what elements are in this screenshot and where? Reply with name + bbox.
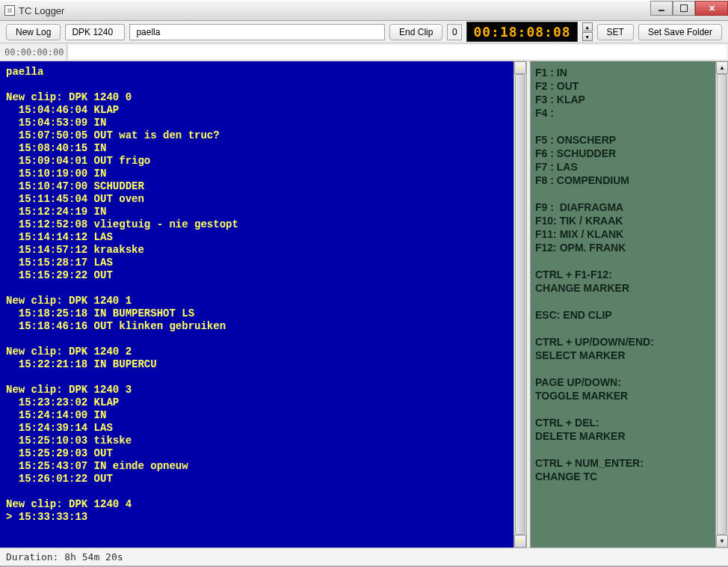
set-button[interactable]: SET <box>597 24 634 40</box>
scroll-up-icon[interactable]: ▲ <box>514 61 526 74</box>
titlebar: TC Logger <box>0 0 728 21</box>
log-content: paella New clip: DPK 1240 0 15:04:46:04 … <box>6 66 520 524</box>
scroll-up-icon[interactable]: ▲ <box>716 61 728 74</box>
window-controls <box>650 1 728 16</box>
entry-text-input[interactable] <box>69 45 727 59</box>
help-panel: F1 : IN F2 : OUT F3 : KLAP F4 : F5 : ONS… <box>531 61 728 548</box>
statusbar: Duration: 8h 54m 20s <box>0 548 728 566</box>
set-save-folder-button[interactable]: Set Save Folder <box>638 24 722 40</box>
duration-label: Duration: 8h 54m 20s <box>6 551 123 563</box>
maximize-button[interactable] <box>673 1 695 16</box>
scroll-down-icon[interactable]: ▼ <box>716 535 728 548</box>
log-scrollbar[interactable]: ▲ ▼ <box>513 61 526 548</box>
entry-timecode[interactable]: 00:00:00:00 <box>0 43 67 61</box>
help-scrollbar[interactable]: ▲ ▼ <box>715 61 728 548</box>
main-area: paella New clip: DPK 1240 0 15:04:46:04 … <box>0 61 728 548</box>
clip-id-field[interactable]: DPK 1240 <box>65 24 125 40</box>
close-button[interactable] <box>695 1 728 16</box>
end-clip-button[interactable]: End Clip <box>389 24 442 40</box>
tc-up-button[interactable]: ▲ <box>582 22 593 31</box>
scroll-thumb[interactable] <box>717 74 727 535</box>
scroll-down-icon[interactable]: ▼ <box>514 535 526 548</box>
new-log-button[interactable]: New Log <box>6 24 61 40</box>
timecode-display: 00:18:08:08 <box>466 22 577 42</box>
minimize-button[interactable] <box>650 1 673 16</box>
tc-down-button[interactable]: ▼ <box>582 32 593 41</box>
help-content: F1 : IN F2 : OUT F3 : KLAP F4 : F5 : ONS… <box>535 66 724 483</box>
window-title: TC Logger <box>19 5 64 16</box>
session-name-field[interactable]: paella <box>129 24 385 40</box>
toolbar: New Log DPK 1240 paella End Clip 0 00:18… <box>0 21 728 43</box>
app-icon <box>4 5 15 16</box>
tc-spinner: ▲ ▼ <box>582 22 593 41</box>
clip-count: 0 <box>447 24 462 40</box>
scroll-thumb[interactable] <box>515 74 525 535</box>
log-view[interactable]: paella New clip: DPK 1240 0 15:04:46:04 … <box>0 61 526 548</box>
entry-bar: 00:00:00:00 <box>0 43 728 61</box>
